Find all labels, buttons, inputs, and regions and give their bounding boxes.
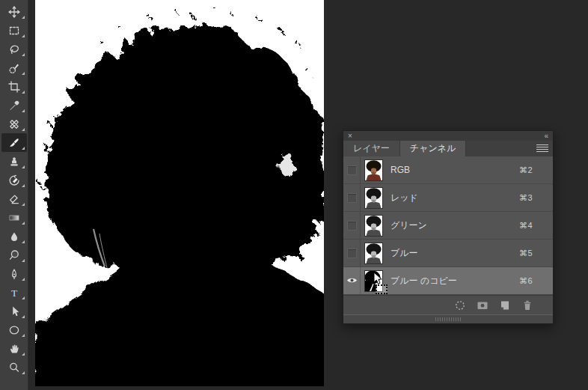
load-channel-as-selection-button[interactable] (454, 299, 466, 311)
pen-tool-icon (8, 268, 20, 280)
empty-visibility-box-icon (347, 221, 357, 231)
channel-list: RGB⌘2 レッド⌘3 グリーン⌘4 ブルー⌘5 ブルー のコピー⌘6 (343, 156, 553, 295)
brush-tool[interactable] (1, 133, 27, 152)
channel-row[interactable]: RGB⌘2 (343, 156, 553, 184)
channel-name: ブルー のコピー (391, 275, 457, 287)
blur-tool-icon (8, 231, 20, 243)
tools-palette: T (0, 0, 28, 390)
zoom-tool[interactable] (1, 358, 27, 377)
eyedropper-tool-icon (8, 100, 20, 112)
path-selection-tool[interactable] (1, 302, 27, 320)
eraser-tool-icon (8, 193, 20, 205)
resize-grip-icon[interactable] (435, 317, 461, 321)
channel-row[interactable]: ブルー のコピー⌘6 (343, 267, 553, 295)
hand-tool-icon (8, 343, 20, 355)
create-new-channel-icon (499, 299, 511, 311)
load-channel-as-selection-icon (454, 299, 466, 311)
type-tool[interactable]: T (1, 283, 27, 302)
channel-row[interactable]: グリーン⌘4 (343, 212, 553, 240)
channel-row[interactable]: レッド⌘3 (343, 184, 553, 212)
panel-menu-icon[interactable] (536, 143, 548, 153)
silhouette-image (35, 0, 324, 386)
eraser-tool[interactable] (1, 189, 27, 208)
panel-tab-bar: レイヤー チャンネル (343, 141, 553, 156)
channel-name: レッド (391, 192, 418, 204)
panel-footer (343, 295, 553, 315)
type-tool-icon: T (8, 287, 20, 299)
channel-thumbnail[interactable] (365, 243, 382, 263)
visibility-checkbox[interactable] (343, 212, 361, 239)
close-icon[interactable]: × (348, 132, 352, 140)
quick-selection-tool[interactable] (1, 58, 27, 77)
clone-stamp-tool-icon (8, 156, 20, 168)
channel-shortcut: ⌘5 (519, 249, 533, 258)
visibility-checkbox[interactable] (343, 156, 361, 183)
ellipse-tool[interactable] (1, 320, 27, 339)
channel-shortcut: ⌘2 (519, 165, 533, 175)
brush-tool-icon (8, 137, 20, 149)
path-selection-tool-icon (8, 305, 20, 317)
channel-row[interactable]: ブルー⌘5 (343, 240, 553, 267)
tab-channels[interactable]: チャンネル (400, 141, 466, 156)
marquee-tool-icon (8, 25, 20, 37)
lasso-tool-icon (8, 43, 20, 55)
channel-shortcut: ⌘4 (519, 221, 533, 231)
move-tool[interactable] (1, 2, 27, 21)
channel-shortcut: ⌘6 (519, 276, 533, 286)
visibility-checkbox[interactable] (343, 184, 361, 211)
visibility-eye[interactable] (343, 267, 361, 294)
history-brush-tool[interactable] (1, 171, 27, 189)
pen-tool[interactable] (1, 264, 27, 283)
empty-visibility-box-icon (347, 249, 357, 258)
crop-tool[interactable] (1, 77, 27, 96)
panel-resize-bar (343, 315, 553, 323)
delete-channel-button[interactable] (521, 299, 533, 311)
history-brush-tool-icon (8, 174, 20, 186)
quick-selection-tool-icon (8, 62, 20, 74)
empty-visibility-box-icon (347, 193, 357, 203)
dodge-tool-icon (8, 249, 20, 261)
zoom-tool-icon (8, 362, 20, 374)
channel-name: RGB (391, 165, 410, 175)
document-canvas[interactable] (35, 0, 324, 386)
marquee-tool[interactable] (1, 21, 27, 40)
dodge-tool[interactable] (1, 246, 27, 264)
ellipse-tool-icon (8, 324, 20, 336)
crop-tool-icon (8, 81, 20, 93)
gradient-tool[interactable] (1, 208, 27, 227)
channel-name: グリーン (391, 219, 427, 232)
blur-tool[interactable] (1, 227, 27, 246)
panel-title-strip: × « (343, 131, 553, 141)
tab-layers[interactable]: レイヤー (343, 141, 400, 156)
channel-thumbnail[interactable] (365, 271, 382, 291)
gradient-tool-icon (8, 212, 20, 224)
channel-thumbnail[interactable] (365, 188, 382, 208)
channels-panel: × « レイヤー チャンネル RGB⌘2 レッド⌘3 (343, 130, 554, 324)
lasso-tool[interactable] (1, 40, 27, 58)
delete-channel-icon (521, 299, 533, 311)
clone-stamp-tool[interactable] (1, 152, 27, 171)
channel-thumbnail[interactable] (365, 160, 382, 180)
create-new-channel-button[interactable] (499, 299, 511, 311)
save-selection-as-channel-button[interactable] (477, 299, 489, 311)
visibility-checkbox[interactable] (343, 240, 361, 266)
healing-brush-tool-icon (8, 118, 20, 130)
hand-tool[interactable] (1, 339, 27, 358)
move-tool-icon (8, 6, 20, 18)
save-selection-as-channel-icon (477, 299, 489, 311)
svg-text:T: T (10, 287, 17, 298)
eyedropper-tool[interactable] (1, 96, 27, 115)
healing-brush-tool[interactable] (1, 115, 27, 133)
collapse-panel-icon[interactable]: « (544, 132, 548, 140)
eye-icon (346, 274, 358, 287)
channel-thumbnail[interactable] (365, 216, 382, 236)
empty-visibility-box-icon (347, 165, 357, 175)
channel-name: ブルー (391, 247, 418, 260)
channel-shortcut: ⌘3 (519, 193, 533, 203)
